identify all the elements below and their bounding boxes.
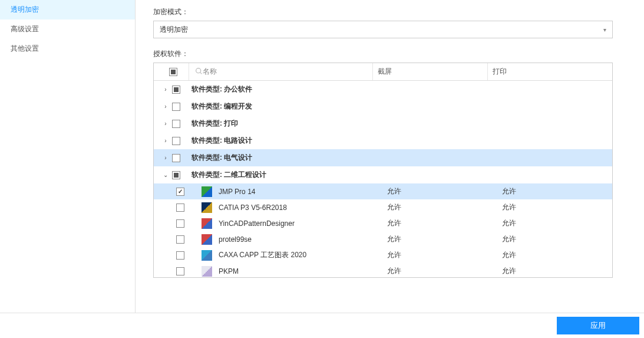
category-label: 软件类型: 编程开发 [189,101,252,111]
app-icon [202,186,212,197]
select-all-checkbox[interactable] [169,68,177,76]
category-row[interactable]: ›软件类型: 打印 [154,115,612,132]
chevron-down-icon[interactable]: ⌄ [163,172,169,178]
software-row[interactable]: YinCADPatternDesigner允许允许 [154,215,612,231]
software-name: PKPM [213,267,382,275]
screenshot-value: 允许 [382,202,497,212]
sidebar-item-0[interactable]: 透明加密 [0,0,135,19]
software-name: protel99se [213,235,382,244]
category-row[interactable]: ›软件类型: 电气设计 [154,149,612,166]
software-checkbox[interactable] [176,219,184,228]
sidebar-item-2[interactable]: 其他设置 [0,39,135,58]
software-checkbox[interactable] [176,251,184,260]
app-icon [202,266,212,277]
sidebar: 透明加密高级设置其他设置 [0,0,136,313]
apply-button[interactable]: 应用 [557,317,639,334]
print-value: 允许 [497,218,612,228]
software-row[interactable]: CATIA P3 V5-6R2018允许允许 [154,199,612,215]
category-label: 软件类型: 打印 [189,119,238,129]
category-row[interactable]: ›软件类型: 办公软件 [154,81,612,98]
software-table: 名称 截屏 打印 ›软件类型: 办公软件›软件类型: 编程开发›软件类型: 打印… [153,63,613,278]
sidebar-item-1[interactable]: 高级设置 [0,19,135,39]
column-name[interactable]: 名称 [189,63,373,80]
footer: 应用 [0,313,644,338]
category-checkbox[interactable] [172,171,180,179]
software-checkbox[interactable] [176,235,184,244]
software-checkbox[interactable] [176,188,184,196]
category-checkbox[interactable] [172,154,180,162]
screenshot-value: 允许 [382,218,497,228]
category-label: 软件类型: 电路设计 [189,136,252,146]
chevron-right-icon[interactable]: › [163,103,169,110]
table-body[interactable]: ›软件类型: 办公软件›软件类型: 编程开发›软件类型: 打印›软件类型: 电路… [154,81,612,277]
print-value: 允许 [497,202,612,212]
main-content: 加密模式： 透明加密 ▾ 授权软件： 名称 截屏 [136,0,644,313]
category-checkbox[interactable] [172,137,180,145]
print-value: 允许 [497,186,612,196]
software-row[interactable]: PKPM允许允许 [154,263,612,277]
auth-software-label: 授权软件： [153,49,626,59]
category-checkbox[interactable] [172,120,180,128]
app-icon [202,202,212,213]
column-print[interactable]: 打印 [488,63,603,80]
software-checkbox[interactable] [176,267,184,275]
chevron-right-icon[interactable]: › [163,155,169,161]
app-icon [202,218,212,229]
print-value: 允许 [497,250,612,260]
chevron-right-icon[interactable]: › [163,120,169,127]
screenshot-value: 允许 [382,234,497,244]
app-icon [202,234,212,245]
app-icon [202,250,212,261]
category-label: 软件类型: 办公软件 [189,84,252,94]
chevron-right-icon[interactable]: › [163,86,169,93]
category-row[interactable]: ⌄软件类型: 二维工程设计 [154,166,612,183]
software-row[interactable]: CAXA CAPP 工艺图表 2020允许允许 [154,247,612,263]
software-name: YinCADPatternDesigner [213,219,382,228]
screenshot-value: 允许 [382,186,497,196]
search-icon [195,67,203,77]
column-screenshot[interactable]: 截屏 [373,63,488,80]
header-checkbox-cell [154,63,189,80]
svg-point-0 [196,68,201,73]
software-name: CAXA CAPP 工艺图表 2020 [213,250,382,260]
encryption-mode-label: 加密模式： [153,7,626,17]
category-label: 软件类型: 二维工程设计 [189,170,266,180]
software-name: CATIA P3 V5-6R2018 [213,204,382,212]
chevron-right-icon[interactable]: › [163,137,169,144]
print-value: 允许 [497,266,612,276]
chevron-down-icon: ▾ [603,27,606,33]
screenshot-value: 允许 [382,250,497,260]
software-name: JMP Pro 14 [213,188,382,196]
category-label: 软件类型: 电气设计 [189,153,252,163]
encryption-mode-dropdown[interactable]: 透明加密 ▾ [153,21,613,38]
svg-line-1 [200,72,202,73]
column-name-label: 名称 [203,67,217,77]
dropdown-value: 透明加密 [160,25,188,35]
category-checkbox[interactable] [172,103,180,111]
screenshot-value: 允许 [382,266,497,276]
software-checkbox[interactable] [176,204,184,212]
software-row[interactable]: JMP Pro 14允许允许 [154,183,612,199]
category-checkbox[interactable] [172,86,180,94]
print-value: 允许 [497,234,612,244]
category-row[interactable]: ›软件类型: 编程开发 [154,98,612,115]
category-row[interactable]: ›软件类型: 电路设计 [154,132,612,149]
software-row[interactable]: protel99se允许允许 [154,231,612,247]
table-header: 名称 截屏 打印 [154,63,612,81]
